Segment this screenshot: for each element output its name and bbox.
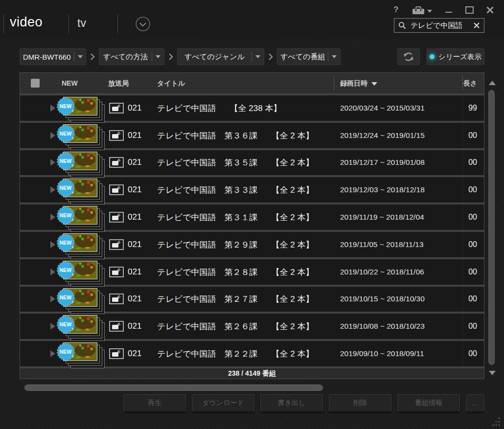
refresh-button[interactable] (397, 48, 420, 65)
table-row[interactable]: NEW 021 テレビで中国語 第２７課【全 2 本】 2019/10/15 ~… (20, 287, 484, 312)
recording-date-range: 2020/03/24 ~ 2015/03/31 (340, 104, 425, 113)
expand-caret-icon[interactable] (50, 323, 55, 330)
filter-bar: DMR-BWT660 すべての方法 すべてのジャンル すべての番組 シ (20, 48, 484, 65)
channel-number: 021 (128, 185, 141, 195)
expand-caret-icon[interactable] (50, 105, 55, 112)
method-dropdown[interactable]: すべての方法 (99, 48, 164, 65)
horizontal-scrollbar-thumb[interactable] (24, 384, 323, 391)
svg-text:NEW: NEW (60, 185, 72, 191)
select-all-checkbox[interactable] (31, 79, 40, 88)
column-header-length[interactable]: 長さ (463, 79, 477, 88)
svg-text:NEW: NEW (60, 267, 72, 273)
svg-text:NEW: NEW (60, 131, 72, 136)
window-resize-grip[interactable] (490, 417, 501, 427)
expand-caret-icon[interactable] (50, 159, 55, 166)
recorder-device-icon (109, 130, 124, 141)
program-title-text: テレビで中国語 第２６課 (157, 322, 258, 331)
column-divider (334, 76, 334, 90)
length-value: 00 (468, 268, 477, 276)
delete-button[interactable]: 削除 (329, 394, 391, 412)
episode-count: 【全 2 本】 (272, 185, 314, 195)
program-dropdown[interactable]: すべての番組 (277, 48, 341, 65)
length-value: 99 (468, 104, 477, 113)
scroll-up-arrow[interactable] (489, 81, 496, 85)
minimize-button[interactable] (443, 5, 454, 15)
length-value: 00 (468, 158, 477, 167)
column-header-date[interactable]: 録画日時 (340, 79, 377, 88)
breadcrumb-chevron-icon (267, 53, 274, 61)
tab-video[interactable]: video (10, 15, 43, 30)
more-button[interactable]: … (466, 394, 484, 412)
breadcrumb-chevron-icon (167, 53, 174, 61)
series-display-toggle[interactable]: シリーズ表示 (427, 48, 484, 65)
table-row[interactable]: NEW 021 テレビで中国語 第２６課【全 2 本】 2019/10/08 ~… (20, 314, 484, 339)
table-row[interactable]: NEW 021 テレビで中国語 第３５課【全 2 本】 2019/12/17 ~… (20, 150, 484, 176)
tab-tv[interactable]: tv (77, 17, 86, 30)
tools-menu-button[interactable] (411, 6, 434, 16)
table-row[interactable]: NEW 021 テレビで中国語【全 238 本】 2020/03/24 ~ 20… (20, 95, 484, 121)
table-row[interactable]: NEW 021 テレビで中国語 第２８課【全 2 本】 2019/10/22 ~… (20, 259, 484, 285)
table-row[interactable]: NEW 021 テレビで中国語 第２２課【全 2 本】 2019/09/10 ~… (20, 341, 484, 366)
device-dropdown[interactable]: DMR-BWT660 (20, 48, 86, 65)
length-value: 00 (468, 213, 477, 222)
column-header-station[interactable]: 放送局 (108, 79, 129, 88)
table-row[interactable]: NEW 021 テレビで中国語 第３６課【全 2 本】 2019/12/24 ~… (20, 123, 484, 148)
play-button[interactable]: 再生 (123, 394, 186, 412)
thumbnail-stack: NEW (63, 261, 97, 279)
close-button[interactable] (484, 5, 495, 15)
divider (3, 15, 4, 33)
recording-date-range: 2019/11/19 ~ 2018/12/04 (340, 213, 424, 222)
expand-caret-icon[interactable] (50, 186, 55, 193)
svg-text:NEW: NEW (60, 321, 72, 327)
export-button[interactable]: 書き出し (260, 394, 323, 412)
program-title: テレビで中国語 第３３課【全 2 本】 (157, 184, 314, 196)
recordings-panel: NEW 放送局 タイトル 録画日時 長さ (20, 72, 484, 379)
recording-date-range: 2019/12/17 ~ 2019/01/08 (340, 158, 425, 167)
maximize-button[interactable] (464, 5, 475, 15)
expand-caret-icon[interactable] (50, 350, 55, 357)
thumbnail-stack: NEW (63, 97, 97, 115)
toggle-on-indicator (430, 54, 435, 59)
expand-caret-icon[interactable] (50, 269, 55, 275)
recorder-device-icon (109, 348, 124, 359)
recording-date-range: 2019/12/03 ~ 2018/12/18 (340, 185, 425, 194)
program-title-text: テレビで中国語 第３３課 (157, 185, 258, 195)
expand-caret-icon[interactable] (50, 241, 55, 248)
table-row[interactable]: NEW 021 テレビで中国語 第３１課【全 2 本】 2019/11/19 ~… (20, 204, 484, 230)
program-title: テレビで中国語 第３１課【全 2 本】 (157, 212, 314, 223)
episode-count: 【全 238 本】 (230, 103, 282, 113)
vertical-scrollbar-thumb[interactable] (488, 90, 495, 365)
recorder-device-icon (109, 294, 124, 304)
program-info-button[interactable]: 番組情報 (397, 394, 460, 412)
expand-caret-icon[interactable] (50, 132, 55, 139)
divider (117, 15, 118, 33)
channel-number: 021 (128, 131, 141, 140)
search-clear-icon[interactable] (473, 22, 480, 29)
close-icon (486, 6, 494, 14)
genre-dropdown[interactable]: すべてのジャンル (177, 48, 264, 65)
thumbnail-stack: NEW (63, 233, 97, 252)
scroll-down-arrow[interactable] (489, 371, 496, 375)
vertical-scrollbar (487, 78, 496, 382)
help-button[interactable]: ? (393, 5, 398, 15)
column-header-new[interactable]: NEW (62, 79, 78, 87)
channel-number: 021 (128, 212, 141, 222)
svg-text:NEW: NEW (60, 212, 72, 218)
download-button[interactable]: ダウンロード (192, 394, 254, 412)
new-badge: NEW (56, 288, 75, 307)
program-title: テレビで中国語 第３５課【全 2 本】 (157, 157, 314, 168)
new-badge: NEW (56, 179, 75, 197)
column-header-title[interactable]: タイトル (157, 79, 185, 88)
table-row[interactable]: NEW 021 テレビで中国語 第３３課【全 2 本】 2019/12/03 ~… (20, 177, 484, 203)
recorder-device-icon (109, 157, 124, 168)
sort-descending-icon (371, 82, 377, 86)
table-row[interactable]: NEW 021 テレビで中国語 第２９課【全 2 本】 2019/11/05 ~… (20, 232, 484, 257)
search-input[interactable] (410, 21, 471, 30)
expand-menu-button[interactable] (135, 16, 151, 32)
thumbnail-stack: NEW (63, 342, 97, 361)
column-header-date-label: 録画日時 (340, 79, 367, 88)
new-badge: NEW (56, 315, 75, 334)
expand-caret-icon[interactable] (50, 295, 55, 302)
expand-caret-icon[interactable] (50, 214, 55, 221)
episode-count: 【全 2 本】 (272, 240, 314, 249)
